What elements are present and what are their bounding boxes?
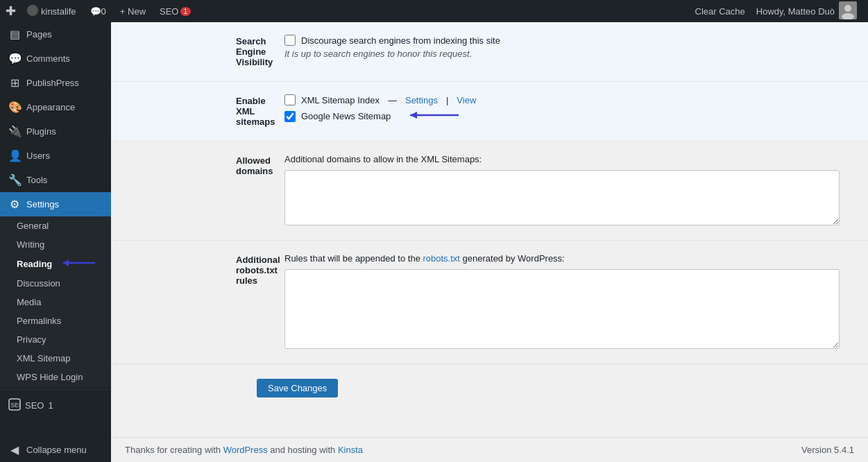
submenu-item-media[interactable]: Media [0,293,111,311]
xml-sitemap-settings-link[interactable]: Settings [405,95,438,105]
sidebar-label-settings: Settings [26,199,59,209]
settings-icon: ⚙ [8,198,21,211]
howdy-text: Howdy, Matteo Duò [756,6,835,17]
xml-sitemap-view-link[interactable]: View [457,95,476,105]
submenu-item-privacy[interactable]: Privacy [0,330,111,349]
seo-badge: 1 [180,7,192,16]
submenu-item-xml-sitemap[interactable]: XML Sitemap [0,349,111,368]
sidebar-item-seo[interactable]: SEO SEO 1 [0,393,111,418]
allowed-domains-field: Additional domains to allow in the XML S… [271,142,868,240]
settings-submenu: General Writing Reading Discussion Media [0,216,111,386]
sidebar-item-settings[interactable]: ⚙ Settings ◀ [0,192,111,216]
search-engine-checkbox-line: Discourage search engines from indexing … [284,35,854,46]
submenu-item-discussion[interactable]: Discussion [0,274,111,293]
howdy-link[interactable]: Howdy, Matteo Duò [751,0,862,22]
svg-text:SEO: SEO [10,402,21,409]
sidebar-item-plugins[interactable]: 🔌 Plugins [0,119,111,144]
clear-cache-button[interactable]: Clear Cache [690,0,751,22]
allowed-domains-textarea[interactable] [284,170,840,225]
comments-link[interactable]: 💬 0 [85,0,112,22]
xml-sitemap-label: XML Sitemap [17,353,71,363]
user-avatar [839,1,857,22]
seo-icon: SEO [8,398,21,413]
tools-icon: 🔧 [8,173,21,187]
permalinks-label: Permalinks [17,316,61,326]
svg-marker-5 [63,259,69,266]
search-engine-checkbox-label[interactable]: Discourage search engines from indexing … [301,35,500,46]
page-footer: Thanks for creating with WordPress and h… [111,437,868,462]
robots-txt-label: Additional robots.txt rules [111,241,271,363]
footer-text: Thanks for creating with WordPress and h… [125,445,363,455]
robots-txt-field: Rules that will be appended to the robot… [271,241,868,363]
writing-label: Writing [17,239,44,250]
sidebar-divider [0,389,111,390]
general-label: General [17,221,49,231]
sidebar-label-publishpress: PublishPress [26,78,79,88]
publishpress-icon: ⊞ [8,76,21,89]
seo-sidebar-badge: 1 [48,400,53,411]
app-body: ▤ Pages 💬 Comments ⊞ PublishPress 🎨 Appe… [0,22,868,462]
comments-icon: 💬 [8,52,21,65]
svg-marker-9 [410,112,417,119]
sidebar-item-publishpress[interactable]: ⊞ PublishPress [0,71,111,95]
robots-txt-link[interactable]: robots.txt [423,253,459,264]
seo-link[interactable]: SEO 1 [154,0,196,22]
sidebar-item-pages[interactable]: ▤ Pages [0,22,111,46]
submenu-item-writing[interactable]: Writing [0,235,111,254]
search-engine-note: It is up to search engines to honor this… [284,49,854,59]
reading-arrow-icon [62,258,96,270]
xml-sitemaps-label: Enable XML sitemaps [111,82,271,141]
search-engine-field: Discourage search engines from indexing … [271,22,868,81]
google-news-arrow [405,110,460,123]
sidebar-label-appearance: Appearance [26,102,75,112]
sidebar-item-users[interactable]: 👤 Users [0,144,111,168]
media-label: Media [17,297,41,307]
save-changes-button[interactable]: Save Changes [257,379,338,397]
svg-point-0 [27,5,38,16]
privacy-label: Privacy [17,334,46,345]
xml-sitemap-index-line: XML Sitemap Index — Settings | View [284,94,854,105]
search-engine-row: Search Engine Visibility Discourage sear… [111,22,868,82]
comments-count: 0 [101,6,106,17]
xml-sitemaps-field: XML Sitemap Index — Settings | View Goog… [271,82,868,141]
kinsta-link[interactable]: Kinsta [338,445,363,455]
sidebar: ▤ Pages 💬 Comments ⊞ PublishPress 🎨 Appe… [0,22,111,462]
google-news-checkbox[interactable] [284,111,296,122]
sidebar-item-appearance[interactable]: 🎨 Appearance [0,95,111,119]
wordpress-link[interactable]: WordPress [223,445,268,455]
wps-hide-login-label: WPS Hide Login [17,372,83,382]
xml-sitemap-dash: — [388,95,397,105]
search-engine-checkbox[interactable] [284,35,296,46]
google-news-label[interactable]: Google News Sitemap [301,111,391,121]
allowed-domains-row: Allowed domains Additional domains to al… [111,142,868,241]
submenu-item-reading[interactable]: Reading [0,254,111,274]
wp-logo-icon: ✚ [6,3,16,19]
robots-txt-textarea[interactable] [284,269,840,349]
appearance-icon: 🎨 [8,101,21,114]
seo-sidebar-label: SEO [25,400,44,411]
sidebar-label-comments: Comments [26,53,70,64]
pages-icon: ▤ [8,28,21,41]
xml-sitemaps-row: Enable XML sitemaps XML Sitemap Index — … [111,82,868,142]
allowed-domains-label: Allowed domains [111,142,271,240]
submenu-item-wps-hide-login[interactable]: WPS Hide Login [0,368,111,386]
sidebar-item-comments[interactable]: 💬 Comments [0,46,111,71]
search-engine-label: Search Engine Visibility [111,22,271,81]
comment-icon: 💬 [90,6,101,17]
submenu-item-permalinks[interactable]: Permalinks [0,311,111,330]
avatar-icon [27,5,38,18]
reading-label: Reading [17,259,52,269]
xml-sitemap-separator: | [446,95,448,105]
xml-sitemap-index-checkbox[interactable] [284,94,296,105]
site-name-text: kinstalife [41,6,76,17]
right-actions: Clear Cache Howdy, Matteo Duò [690,0,862,22]
sidebar-item-collapse[interactable]: ◀ Collapse menu [0,438,111,462]
submenu-item-general[interactable]: General [0,216,111,235]
site-name-link[interactable]: kinstalife [22,0,82,22]
sidebar-item-tools[interactable]: 🔧 Tools [0,168,111,192]
new-label: + New [120,6,146,17]
new-content-link[interactable]: + New [114,0,151,22]
collapse-icon: ◀ [8,443,21,456]
main-content: Search Engine Visibility Discourage sear… [111,22,868,462]
xml-sitemap-index-label[interactable]: XML Sitemap Index [301,95,380,105]
